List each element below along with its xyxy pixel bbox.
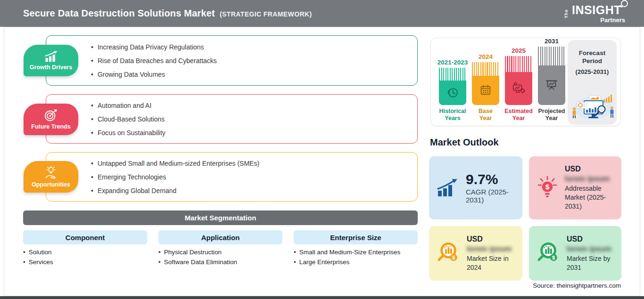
list-item: Rise of Data Breaches and Cyberattacks: [91, 57, 217, 65]
growth-drivers-list: Increasing Data Privacy Regulations Rise…: [91, 36, 217, 85]
blurred-value: lorem ipsum: [565, 175, 615, 183]
timeline-panel: 2021-2023: [430, 38, 621, 126]
history-clock-icon: [446, 86, 460, 100]
page-title: Secure Data Destruction Solutions Market…: [23, 8, 312, 19]
bulb-hand-icon: [44, 166, 58, 180]
list-item: Increasing Data Privacy Regulations: [91, 43, 217, 51]
timeline-bar-projected: 2031 P: [538, 38, 565, 122]
list-item: Emerging Technologies: [91, 173, 259, 181]
card-caption: Market Size by 2031: [567, 254, 615, 272]
year-label: 2031: [545, 38, 559, 45]
year-label: 2021-2023: [438, 59, 468, 66]
year-label: 2024: [479, 53, 493, 60]
bottom-bar: [0, 296, 644, 299]
svg-text:$: $: [552, 255, 555, 260]
market-size-2031-card: $ USD lorem ipsum Market Size by 2031: [529, 226, 621, 281]
forecast-title: Forecast Period: [576, 49, 609, 65]
bar: [472, 62, 499, 105]
segmentation-header-application: Application: [158, 230, 282, 244]
magnifier-icon: [621, 0, 628, 7]
bar-caption: ProjectedYear: [538, 108, 565, 122]
list-item: Solution: [23, 247, 53, 257]
currency-label: USD: [565, 165, 615, 173]
magnifier-chart-icon-orange: $: [437, 242, 460, 265]
bar-stripes: [439, 68, 466, 81]
source-text: Source: theinsightpartners.com: [533, 282, 621, 289]
cagr-card: 9.7% CAGR (2025-2031): [429, 156, 522, 219]
timeline-bar-historical: 2021-2023: [439, 59, 466, 122]
timeline-bar-estimated: 2025: [505, 47, 532, 122]
list-item: Growing Data Volumes: [91, 71, 217, 78]
timeline-bar-base: 2024: [472, 53, 499, 122]
forecast-panel: Forecast Period (2025-2031): [568, 40, 617, 125]
bar: [505, 56, 532, 105]
bar-stripes: [472, 62, 499, 76]
analytics-illustration: [569, 88, 616, 121]
bar: [538, 47, 565, 105]
segmentation-header-component: Component: [23, 230, 147, 244]
main-title: Secure Data Destruction Solutions Market: [23, 8, 215, 19]
future-trends-section: Automation and AI Cloud-Based Solutions …: [46, 94, 418, 144]
svg-text:$: $: [452, 255, 455, 260]
subtitle: (STRATEGIC FRAMEWORK): [220, 10, 312, 18]
market-size-2024-card: $ USD lorem ipsum Market Size in 2024: [429, 226, 522, 281]
badge-label: Future Trends: [31, 123, 70, 130]
logo-insight: INSIGHT: [572, 4, 626, 16]
opportunities-badge: Opportunities: [24, 161, 78, 193]
projector-screen-icon: [545, 78, 559, 92]
forecast-range: (2025-2031): [576, 68, 609, 75]
segmentation-list-component: Solution Services: [23, 247, 53, 267]
list-item: Automation and AI: [91, 102, 165, 109]
growth-arrow-icon: [437, 178, 459, 197]
magnifier-chart-icon-green: $: [537, 242, 560, 265]
bar-caption: BaseYear: [479, 108, 493, 122]
opportunities-list: Untapped Small and Medium-sized Enterpri…: [91, 153, 259, 201]
future-trends-list: Automation and AI Cloud-Based Solutions …: [91, 95, 165, 143]
bulb-dollar-icon: $: [537, 176, 558, 200]
list-item: Focus on Sustainability: [91, 129, 165, 137]
list-item: Cloud-Based Solutions: [91, 115, 165, 123]
header: Secure Data Destruction Solutions Market…: [0, 0, 644, 27]
brand-logo: The INSIGHT Partners: [561, 4, 626, 23]
currency-label: USD: [567, 235, 615, 243]
logo-the: The: [564, 9, 569, 18]
list-item: Expanding Global Demand: [91, 187, 259, 194]
badge-label: Growth Drivers: [30, 64, 72, 71]
bar-stripes: [538, 47, 565, 65]
bar-stripes: [505, 56, 532, 72]
list-item: Services: [23, 257, 53, 267]
cagr-caption: CAGR (2025-2031): [466, 188, 516, 204]
segmentation-list-enterprise-size: Small and Medium-Size Enterprises Large …: [294, 247, 400, 267]
market-outlook-title: Market Outlook: [430, 137, 499, 148]
opportunities-section: Untapped Small and Medium-sized Enterpri…: [46, 152, 418, 202]
monitor-gear-icon: [511, 81, 526, 96]
growth-drivers-section: Increasing Data Privacy Regulations Rise…: [46, 35, 418, 86]
segmentation-list-application: Physical Destruction Software Data Elimi…: [158, 247, 237, 267]
svg-text:$: $: [545, 183, 550, 191]
list-item: Software Data Elimination: [158, 257, 237, 267]
list-item: Large Enterprises: [294, 257, 400, 267]
growth-chart-icon: [43, 51, 58, 63]
list-item: Physical Destruction: [158, 247, 237, 257]
currency-label: USD: [467, 235, 516, 243]
calendar-icon: [479, 83, 493, 97]
blurred-value: lorem ipsum: [567, 245, 615, 253]
future-trends-badge: Future Trends: [24, 104, 78, 135]
bar-caption: EstimatedYear: [504, 108, 533, 122]
bar: [439, 68, 466, 105]
cagr-value: 9.7%: [466, 172, 516, 187]
segmentation-title-bar: Market Segmentation: [23, 210, 418, 225]
card-caption: Market Size in 2024: [467, 254, 516, 272]
bar-caption: HistoricalYears: [439, 108, 466, 122]
page: Secure Data Destruction Solutions Market…: [0, 0, 644, 299]
logo-partners: Partners: [600, 17, 625, 23]
segmentation-header-enterprise-size: Enterprise Size: [294, 230, 418, 244]
timeline-bars: 2021-2023: [439, 38, 565, 122]
addressable-market-card: $ USD lorem ipsum Addressable Market (20…: [529, 156, 621, 219]
list-item: Small and Medium-Size Enterprises: [294, 247, 400, 257]
badge-label: Opportunities: [32, 181, 70, 188]
target-dart-icon: [44, 109, 58, 122]
list-item: Untapped Small and Medium-sized Enterpri…: [91, 160, 259, 167]
blurred-value: lorem ipsum: [467, 245, 516, 253]
growth-drivers-badge: Growth Drivers: [24, 45, 78, 76]
